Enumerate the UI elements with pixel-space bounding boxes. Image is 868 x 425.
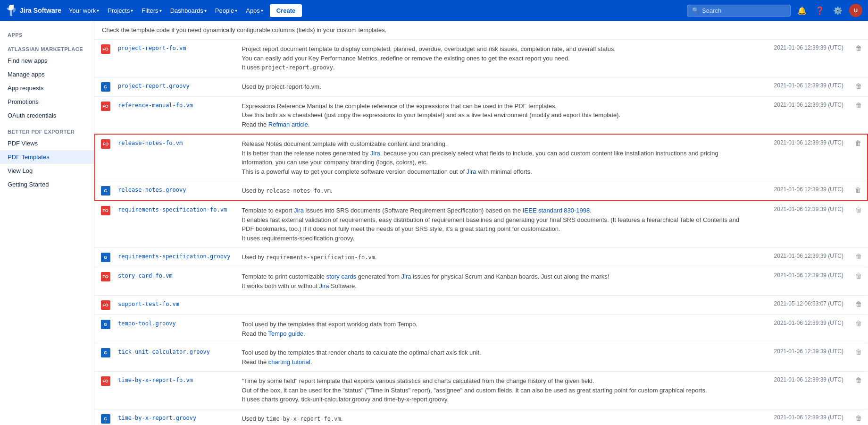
template-date: 2021-01-06 12:39:39 (UTC) xyxy=(755,315,849,343)
delete-icon[interactable]: 🗑 xyxy=(855,253,862,260)
file-type-icon: G xyxy=(101,348,110,357)
chevron-down-icon: ▾ xyxy=(204,8,207,13)
top-navigation: Jira Software Your work ▾ Projects ▾ Fil… xyxy=(0,0,868,21)
template-description: Used by release-notes-fo.vm. xyxy=(236,181,755,201)
jira-logo[interactable]: Jira Software xyxy=(6,5,61,16)
template-name-link[interactable]: time-by-x-report-fo.vm xyxy=(118,377,193,383)
sidebar-item-view-log[interactable]: View Log xyxy=(0,164,94,178)
delete-icon[interactable]: 🗑 xyxy=(855,186,861,194)
template-date: 2021-01-06 12:39:39 (UTC) xyxy=(755,134,849,181)
template-name-link[interactable]: reference-manual-fo.vm xyxy=(118,102,193,109)
delete-icon[interactable]: 🗑 xyxy=(855,300,862,308)
main-content: Check the template code if you need dyna… xyxy=(94,21,868,425)
template-name-link[interactable]: time-by-x-report.groovy xyxy=(118,415,196,421)
template-description: Release Notes document template with cus… xyxy=(236,134,755,181)
template-name-link[interactable]: support-test-fo.vm xyxy=(118,301,179,307)
delete-icon[interactable]: 🗑 xyxy=(855,102,862,109)
nav-apps[interactable]: Apps ▾ xyxy=(242,5,267,16)
template-date: 2021-01-06 12:39:39 (UTC) xyxy=(755,181,849,201)
file-type-icon: G xyxy=(101,320,110,329)
nav-people[interactable]: People ▾ xyxy=(211,5,241,16)
table-row: FO project-report-fo.vm Project report d… xyxy=(95,40,868,77)
top-nav-right: 🔍 Search 🔔 ❓ ⚙️ U xyxy=(687,4,862,17)
logo-text: Jira Software xyxy=(20,7,61,14)
template-date: 2021-01-06 12:39:39 (UTC) xyxy=(755,267,849,296)
template-description: Used by requirements-specification-fo.vm… xyxy=(236,248,755,267)
table-row: G project-report.groovy Used by project-… xyxy=(95,77,868,96)
delete-icon[interactable]: 🗑 xyxy=(855,206,862,213)
file-type-icon: FO xyxy=(101,139,110,149)
search-box[interactable]: 🔍 Search xyxy=(687,5,791,17)
chevron-down-icon: ▾ xyxy=(159,8,162,13)
sidebar-better-pdf-title: Better PDF Exporter xyxy=(0,122,94,136)
chevron-down-icon: ▾ xyxy=(235,8,237,13)
template-date: 2021-01-06 12:39:39 (UTC) xyxy=(755,343,849,372)
nav-projects[interactable]: Projects ▾ xyxy=(104,5,137,16)
template-name-link[interactable]: tempo-tool.groovy xyxy=(118,320,176,327)
sidebar-item-getting-started[interactable]: Getting Started xyxy=(0,178,94,191)
template-name-link[interactable]: project-report.groovy xyxy=(118,83,190,89)
table-row: FO story-card-fo.vm Template to print cu… xyxy=(95,267,868,296)
delete-icon[interactable]: 🗑 xyxy=(855,320,862,327)
file-type-icon: FO xyxy=(101,102,110,111)
file-type-icon: FO xyxy=(101,300,110,310)
sidebar-item-oauth[interactable]: OAuth credentials xyxy=(0,109,94,122)
templates-table: FO project-report-fo.vm Project report d… xyxy=(94,40,868,425)
nav-filters[interactable]: Filters ▾ xyxy=(138,5,165,16)
template-name-link[interactable]: requirements-specification.groovy xyxy=(118,253,230,260)
settings-icon[interactable]: ⚙️ xyxy=(831,4,844,17)
table-row: FO release-notes-fo.vm Release Notes doc… xyxy=(95,134,868,181)
template-name-link[interactable]: requirements-specification-fo.vm xyxy=(118,206,227,213)
delete-icon[interactable]: 🗑 xyxy=(855,82,862,90)
sidebar-item-app-requests[interactable]: App requests xyxy=(0,81,94,95)
chevron-down-icon: ▾ xyxy=(261,8,263,13)
sidebar-item-pdf-templates[interactable]: PDF Templates xyxy=(0,150,94,164)
template-name-link[interactable]: release-notes.groovy xyxy=(118,187,186,193)
template-date: 2021-01-06 12:39:39 (UTC) xyxy=(755,409,849,425)
template-name-link[interactable]: tick-unit-calculator.groovy xyxy=(118,348,210,355)
sidebar-item-manage-apps[interactable]: Manage apps xyxy=(0,68,94,81)
template-date: 2021-01-06 12:39:39 (UTC) xyxy=(755,77,849,96)
template-description: "Time by some field" report template tha… xyxy=(236,372,755,409)
sidebar-item-promotions[interactable]: Promotions xyxy=(0,95,94,109)
template-description: Used by project-report-fo.vm. xyxy=(236,77,755,96)
delete-icon[interactable]: 🗑 xyxy=(855,348,862,356)
table-row: G tick-unit-calculator.groovy Tool used … xyxy=(95,343,868,372)
template-description: Template to export Jira issues into SRS … xyxy=(236,201,755,248)
file-type-icon: FO xyxy=(101,376,110,386)
chevron-down-icon: ▾ xyxy=(131,8,133,13)
table-row: G time-by-x-report.groovy Used by time-b… xyxy=(95,409,868,425)
file-type-icon: FO xyxy=(101,272,110,281)
file-type-icon: FO xyxy=(101,44,110,54)
nav-your-work[interactable]: Your work ▾ xyxy=(65,5,103,16)
file-type-icon: G xyxy=(101,414,110,424)
top-description: Check the template code if you need dyna… xyxy=(94,21,868,40)
delete-icon[interactable]: 🗑 xyxy=(855,414,862,422)
sidebar-item-find-new-apps[interactable]: Find new apps xyxy=(0,54,94,68)
template-description xyxy=(236,296,755,315)
delete-icon[interactable]: 🗑 xyxy=(855,376,862,384)
template-description: Template to print customizable story car… xyxy=(236,267,755,296)
table-row: FO support-test-fo.vm 2021-05-12 06:53:0… xyxy=(95,296,868,315)
template-date: 2021-01-06 12:39:39 (UTC) xyxy=(755,40,849,77)
table-row: FO requirements-specification-fo.vm Temp… xyxy=(95,201,868,248)
template-name-link[interactable]: release-notes-fo.vm xyxy=(118,140,183,146)
help-icon[interactable]: ❓ xyxy=(813,4,826,17)
sidebar-item-pdf-views[interactable]: PDF Views xyxy=(0,136,94,150)
template-name-link[interactable]: story-card-fo.vm xyxy=(118,272,173,279)
table-row: G requirements-specification.groovy Used… xyxy=(95,248,868,267)
avatar[interactable]: U xyxy=(849,4,862,17)
nav-dashboards[interactable]: Dashboards ▾ xyxy=(167,5,210,16)
file-type-icon: G xyxy=(101,82,110,92)
delete-icon[interactable]: 🗑 xyxy=(855,139,861,147)
template-date: 2021-01-06 12:39:39 (UTC) xyxy=(755,201,849,248)
template-description: Tool used by the templates that render c… xyxy=(236,343,755,372)
delete-icon[interactable]: 🗑 xyxy=(855,272,862,280)
create-button[interactable]: Create xyxy=(270,4,302,17)
delete-icon[interactable]: 🗑 xyxy=(855,44,862,52)
table-row: G tempo-tool.groovy Tool used by the tem… xyxy=(95,315,868,343)
template-name-link[interactable]: project-report-fo.vm xyxy=(118,45,186,51)
template-description: Expressions Reference Manual is the comp… xyxy=(236,96,755,134)
notifications-icon[interactable]: 🔔 xyxy=(795,4,809,17)
page-layout: Apps Atlassian Marketplace Find new apps… xyxy=(0,21,868,425)
